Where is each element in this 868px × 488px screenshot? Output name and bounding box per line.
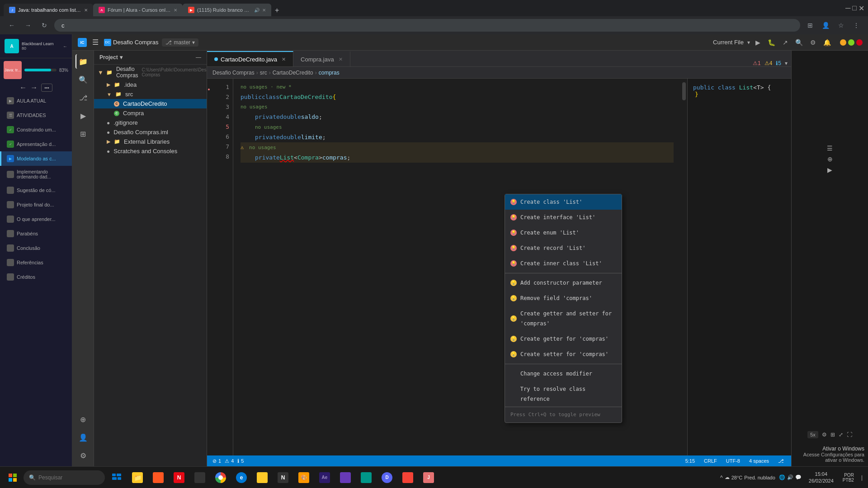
run-button[interactable]: ▶ [754, 37, 762, 48]
window-minimize[interactable]: ─ [845, 4, 850, 13]
menu-item-create-interface[interactable]: 💡 Create interface 'List' [505, 210, 622, 225]
activity-account-btn[interactable]: 👤 [76, 430, 90, 445]
sidebar-options-btn[interactable]: ••• [41, 84, 52, 92]
breadcrumb-src[interactable]: src [260, 70, 267, 76]
sidebar-prev-btn[interactable]: ← [19, 84, 27, 92]
menu-item-change-access[interactable]: Change access modifier [505, 366, 622, 381]
taskbar-search-input[interactable] [38, 474, 99, 481]
address-bar[interactable] [54, 19, 800, 32]
settings-small-btn[interactable]: ⚙ [822, 431, 827, 438]
nav-item-apresentacao[interactable]: ✓ Apresentação d... [0, 137, 72, 151]
menu-item-try-resolve[interactable]: Try to resolve class reference [505, 381, 622, 407]
right-icon-btn-1[interactable]: ☰ [827, 145, 833, 152]
tree-item-iml[interactable]: ● Desafio Compras.iml [94, 127, 207, 137]
taskbar-app-java[interactable]: J [419, 468, 439, 488]
editor-tab-cartao[interactable]: CartaoDeCredito.java ✕ [207, 51, 293, 66]
profile-button[interactable]: 👤 [819, 19, 832, 32]
tree-collapse-btn[interactable]: — [196, 54, 201, 61]
activity-settings-bottom-btn[interactable]: ⚙ [76, 448, 90, 463]
window-close[interactable]: ✕ [859, 4, 864, 13]
status-encoding[interactable]: CRLF [702, 458, 719, 464]
start-button[interactable] [4, 469, 22, 487]
tree-item-idea[interactable]: ▶ 📁 .idea [94, 80, 207, 89]
browser-tab-1[interactable]: J Java: trabalhando com listas e... ✕ [4, 4, 93, 16]
tree-item-gitignore[interactable]: ● .gitignore [94, 118, 207, 127]
sidebar-back-btn[interactable]: ← [63, 44, 67, 49]
taskbar-app-unknown2[interactable] [190, 468, 210, 488]
taskbar-app-discord[interactable]: D [377, 468, 397, 488]
tab-close-compra[interactable]: ✕ [339, 56, 343, 62]
status-git-icon[interactable]: ⎇ [776, 458, 786, 464]
ide-minimize-btn[interactable] [840, 39, 846, 46]
taskbar-app-files[interactable] [252, 468, 272, 488]
nav-item-parabens[interactable]: Parabéns [0, 226, 72, 241]
fullscreen-btn[interactable]: ⛶ [847, 431, 852, 438]
right-icon-btn-2[interactable]: ⊕ [827, 155, 833, 163]
tree-item-cartao[interactable]: C CartaoDeCredito [94, 99, 207, 108]
mini-map-scrollbar[interactable] [681, 79, 687, 455]
taskbar-clock[interactable]: 15:04 26/02/2024 [805, 471, 837, 484]
nav-item-o-que[interactable]: O que aprender... [0, 212, 72, 226]
layout-btn[interactable]: ⊞ [830, 431, 835, 438]
taskbar-app-chrome[interactable] [211, 468, 231, 488]
browser-tab-3[interactable]: ▶ (1115) Ruído branco para ... 🔊 ✕ [183, 4, 271, 16]
taskbar-app-edge[interactable]: e [231, 468, 251, 488]
nav-item-implementando[interactable]: Implementando ordenando dad... [0, 166, 72, 183]
ide-branch-selector[interactable]: ⎇ master ▾ [162, 38, 198, 47]
editor-tab-compra[interactable]: Compra.java ✕ [293, 51, 350, 66]
menu-item-create-inner[interactable]: 💡 Create inner class 'List' [505, 256, 622, 271]
nav-item-creditos[interactable]: Créditos [0, 270, 72, 284]
breadcrumb-cartao[interactable]: CartaoDeCredito [273, 70, 313, 76]
browser-tab-2[interactable]: A Fórum | Alura - Cursos online ... ✕ [93, 4, 183, 16]
tab-close-cartao[interactable]: ✕ [282, 56, 286, 62]
status-charset[interactable]: UTF-8 [724, 458, 742, 464]
taskbar-app-unknown1[interactable] [148, 468, 168, 488]
settings-gear-button[interactable]: ⚙ [808, 37, 818, 48]
tab-close-1[interactable]: ✕ [84, 8, 88, 13]
taskbar-app-file-manager[interactable]: 📁 [127, 468, 147, 488]
nav-item-atividades[interactable]: ☰ ATIVIDADES [0, 108, 72, 122]
taskbar-app-unknown3[interactable] [335, 468, 355, 488]
show-desktop-btn[interactable]: | [859, 474, 864, 481]
taskbar-search-box[interactable]: 🔍 [24, 470, 105, 485]
new-tab-button[interactable]: + [271, 5, 283, 16]
tray-icon-1[interactable]: ^ [720, 474, 723, 481]
menu-item-create-setter[interactable]: 💡 Create setter for 'compras' [505, 347, 622, 362]
activity-search-btn[interactable]: 🔍 [76, 72, 90, 87]
notifications-button[interactable]: 🔔 [821, 37, 833, 48]
menu-item-create-class[interactable]: 💡 Create class 'List' [505, 194, 622, 210]
tab-close-3[interactable]: ✕ [262, 8, 266, 13]
notification-icon[interactable]: 💬 [795, 474, 802, 480]
menu-item-create-getter[interactable]: 💡 Create getter for 'compras' [505, 331, 622, 347]
menu-item-remove-field[interactable]: 💡 Remove field 'compras' [505, 291, 622, 306]
git-button[interactable]: ↗ [781, 37, 790, 48]
search-button[interactable]: 🔍 [793, 37, 805, 48]
activity-remote-btn[interactable]: ⊕ [76, 412, 90, 427]
debug-button[interactable]: 🐛 [766, 37, 777, 48]
tree-item-src[interactable]: ▼ 📁 src [94, 89, 207, 99]
taskbar-app-unknown4[interactable] [356, 468, 376, 488]
nav-back-button[interactable]: ← [5, 19, 18, 32]
nav-item-modelando[interactable]: ▶ Modelando as c... [0, 151, 72, 166]
activity-extensions-btn[interactable]: ⊞ [76, 127, 90, 141]
taskbar-app-notion[interactable]: N [273, 468, 293, 488]
right-icon-btn-3[interactable]: ▶ [827, 166, 832, 174]
window-maximize[interactable]: □ [852, 4, 857, 13]
nav-item-conclusao[interactable]: Conclusão [0, 241, 72, 255]
nav-item-referencias[interactable]: Referências [0, 255, 72, 270]
network-icon[interactable]: 🌐 [779, 474, 785, 480]
ide-maximize-btn[interactable] [848, 39, 854, 46]
menu-item-create-record[interactable]: 💡 Create record 'List' [505, 240, 622, 256]
breadcrumb-compras[interactable]: compras [319, 70, 340, 76]
ide-close-btn[interactable] [856, 39, 863, 46]
nav-item-projeto[interactable]: Projeto final do... [0, 197, 72, 212]
menu-item-create-enum[interactable]: 💡 Create enum 'List' [505, 225, 622, 240]
nav-item-aula-atual[interactable]: ▶ AULA ATUAL [0, 94, 72, 108]
volume-icon[interactable]: 🔊 [787, 474, 793, 480]
activity-git-btn[interactable]: ⎇ [76, 90, 90, 105]
menu-item-create-getter-setter[interactable]: 💡 Create getter and setter for 'compras' [505, 306, 622, 331]
bookmark-button[interactable]: ☆ [835, 19, 847, 32]
taskbar-app-netflix[interactable]: N [169, 468, 189, 488]
ide-hamburger-btn[interactable]: ☰ [90, 36, 100, 48]
nav-reload-button[interactable]: ↻ [38, 19, 51, 32]
